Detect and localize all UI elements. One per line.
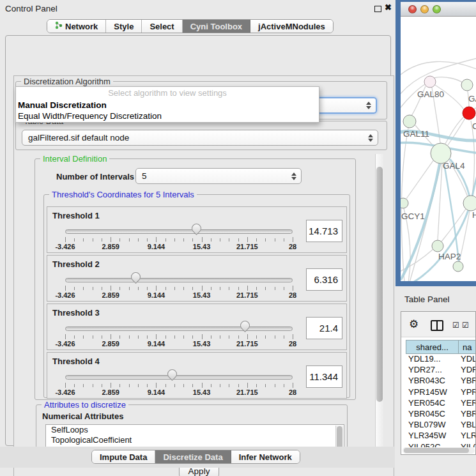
network-node-gal11[interactable] — [403, 115, 416, 128]
tick-mark — [174, 384, 175, 387]
tick-mark — [192, 238, 193, 242]
top-tab-bar: NetworkStyleSelectCyni ToolboxjActiveMNo… — [47, 19, 334, 33]
network-node-h[interactable] — [463, 196, 476, 211]
tab-discretize-data[interactable]: Discretize Data — [155, 450, 231, 463]
network-node-ga[interactable] — [461, 79, 473, 91]
checkbox-checked-icon[interactable]: ☑ — [452, 321, 459, 330]
attribute-list-item[interactable]: SelfLoops — [46, 425, 344, 435]
tick-mark — [138, 335, 139, 339]
tick-mark — [229, 335, 229, 339]
tick-mark — [238, 384, 239, 387]
tick-mark — [183, 287, 184, 290]
table-row[interactable]: YBL079WYBL0 — [406, 420, 476, 431]
table-row[interactable]: YDR27...YDR2 — [406, 365, 476, 376]
tab-label: jActiveMNodules — [258, 22, 325, 31]
tab-impute-data[interactable]: Impute Data — [92, 450, 155, 463]
close-traffic-light[interactable] — [408, 5, 417, 13]
tick-mark — [265, 335, 266, 339]
tick-mark — [165, 384, 166, 387]
network-node-hap2[interactable] — [432, 240, 443, 252]
tab-jactivemnodules[interactable]: jActiveMNodules — [250, 20, 333, 33]
table-panel: ⚙ ☑ ☑ shared... na YDL19...YDL1YDR27...Y… — [401, 311, 476, 455]
number-of-intervals-value: 5 — [142, 171, 147, 181]
tab-infer-network[interactable]: Infer Network — [231, 450, 300, 463]
tick-label: 2.859 — [91, 388, 130, 396]
network-node-c[interactable] — [463, 107, 475, 119]
table-row[interactable]: YBR045CYBR0 — [406, 409, 476, 420]
minimize-traffic-light[interactable] — [420, 5, 429, 13]
zoom-traffic-light[interactable] — [433, 5, 441, 13]
tick-mark — [93, 335, 93, 339]
tick-label: 21.715 — [228, 243, 266, 250]
tab-cyni-toolbox[interactable]: Cyni Toolbox — [183, 20, 250, 33]
tick-mark — [102, 287, 102, 290]
tick-mark — [156, 237, 157, 242]
group-title: Threshold's Coordinates for 5 Intervals — [49, 190, 197, 199]
tick-mark — [238, 287, 239, 290]
attribute-list-item[interactable]: TopologicalCoefficient — [46, 435, 344, 445]
gear-icon[interactable]: ⚙ — [409, 319, 418, 330]
tab-select[interactable]: Select — [142, 20, 182, 33]
network-window-titlebar[interactable] — [401, 2, 476, 17]
slider-track[interactable] — [65, 375, 293, 380]
tick-label: 21.715 — [228, 388, 266, 396]
tick-label: -3.426 — [46, 243, 84, 250]
table-row[interactable]: YDL19...YDL1 — [406, 354, 476, 365]
tick-mark — [93, 287, 93, 290]
tick-mark — [202, 334, 203, 339]
tick-mark — [138, 384, 139, 387]
popup-placeholder-item[interactable]: Select algorithm to view settings — [16, 87, 319, 100]
table-row[interactable]: YER054CYER0 — [406, 398, 476, 409]
number-of-intervals-combo[interactable]: 5 — [135, 168, 302, 184]
tick-label: 28 — [273, 291, 312, 299]
tab-label: Discretize Data — [163, 452, 222, 462]
settings-scrollbar[interactable] — [375, 154, 383, 459]
table-hscrollbar[interactable] — [403, 447, 475, 454]
tick-label: 2.859 — [91, 291, 130, 299]
tab-style[interactable]: Style — [106, 20, 142, 33]
network-canvas[interactable]: GAL80GACGAL11GAL4GCY1HHAP2 — [401, 17, 476, 281]
network-node-label: GAL11 — [403, 129, 429, 139]
table-hscrollbar-thumb[interactable] — [404, 448, 469, 453]
slider-track[interactable] — [65, 278, 293, 282]
threshold-value-field[interactable]: 11.344 — [306, 365, 342, 388]
threshold-row-1: Threshold 1-3.4262.8599.14415.4321.71528… — [47, 206, 347, 253]
table-rows[interactable]: YDL19...YDL1YDR27...YDR2YBR043CYBR0YPR14… — [406, 354, 476, 447]
column-header-shared-name[interactable]: shared... — [406, 340, 458, 354]
tick-mark — [111, 237, 111, 242]
table-row[interactable]: YLR345WYLR3 — [406, 431, 476, 441]
network-node[interactable] — [453, 261, 463, 272]
network-node-gal80[interactable] — [424, 76, 436, 88]
threshold-value-field[interactable]: 21.4 — [306, 317, 342, 339]
tab-label: Network — [65, 22, 98, 31]
network-node-label: H — [472, 210, 476, 220]
slider-track[interactable] — [65, 326, 293, 331]
popup-item-manual-discretization[interactable]: Manual Discretization — [16, 100, 319, 111]
tick-mark — [229, 238, 229, 242]
tick-mark — [275, 384, 275, 387]
table-data-combo-value: galFiltered.sif default node — [28, 133, 129, 142]
cell-name: YBL0 — [459, 420, 476, 431]
table-row[interactable]: YPR145WYPR1 — [406, 387, 476, 398]
threshold-value-field[interactable]: 14.713 — [306, 220, 342, 242]
column-header-name[interactable]: na — [458, 340, 476, 354]
popup-item-equal-width-frequency[interactable]: Equal Width/Frequency Discretization — [16, 111, 319, 121]
tick-mark — [165, 238, 166, 242]
float-window-icon[interactable] — [374, 6, 381, 12]
table-row[interactable]: YBR043CYBR0 — [406, 376, 476, 387]
table-row[interactable]: YIL052CYIL0 — [406, 442, 476, 448]
columns-icon[interactable] — [431, 320, 443, 331]
tab-label: Cyni Toolbox — [190, 22, 242, 31]
threshold-value-field[interactable]: 6.316 — [306, 268, 342, 291]
tick-label: 15.43 — [183, 243, 221, 250]
checkbox-checked-icon[interactable]: ☑ — [462, 321, 469, 330]
settings-viewport: Interval Definition Number of Intervals … — [14, 153, 375, 460]
settings-scrollbar-thumb[interactable] — [376, 167, 383, 402]
table-data-combo[interactable]: galFiltered.sif default node — [22, 130, 378, 146]
close-icon[interactable]: ✖ — [385, 3, 392, 12]
tab-network[interactable]: Network — [47, 20, 106, 33]
stepper-icon — [291, 173, 296, 180]
network-node-gcy1[interactable] — [401, 198, 408, 208]
slider-track[interactable] — [65, 229, 293, 234]
tick-mark — [83, 287, 84, 290]
